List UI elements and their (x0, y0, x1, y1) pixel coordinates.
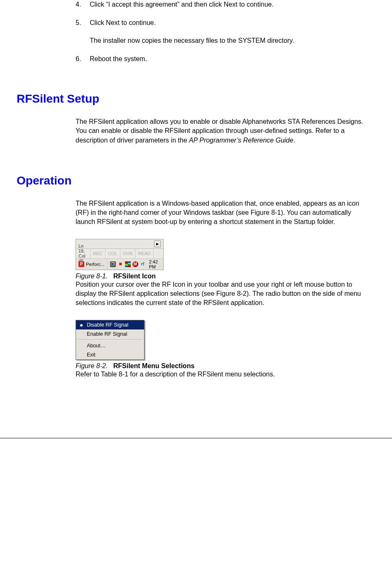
menu-item-label: Disable RF Signal (87, 322, 128, 328)
figure-8-1-label: Figure 8-1. (76, 273, 108, 280)
rfsilent-setup-paragraph: The RFSilent application allows you to e… (76, 117, 371, 145)
step-4: 4. Click “I accept this agreement” and t… (76, 0, 371, 9)
menu-item-enable-rf[interactable]: Enable RF Signal (76, 329, 144, 339)
menu-item-about[interactable]: About… (76, 341, 144, 350)
perforce-icon: P (78, 261, 84, 267)
tray-rf-icon[interactable]: rf (140, 261, 146, 267)
menu-spacer-icon (78, 352, 84, 358)
scroll-arrow-icon: ▶ (154, 241, 161, 247)
status-col: COL (105, 249, 120, 258)
statusbar-row: Ln 19, Col 45 REC COL OVR READ ⋰ (76, 249, 163, 259)
step-4-number: 4. (76, 0, 90, 9)
menu-item-label: About… (87, 343, 105, 349)
step-5-number: 5. (76, 18, 90, 27)
step-5-extra: The installer now copies the necessary f… (90, 36, 371, 45)
status-read: READ (135, 249, 154, 258)
figure-8-1-title: RFSilent Icon (113, 273, 156, 280)
tray-m-icon[interactable]: M (132, 261, 138, 267)
operation-paragraph-2: Position your cursor over the RF Icon in… (76, 280, 371, 307)
operation-paragraph-3: Refer to Table 8-1 for a description of … (76, 370, 371, 379)
menu-separator (78, 339, 142, 340)
taskbar-item-label: Perforc... (86, 262, 105, 267)
figure-8-2-caption: Figure 8-2. RFSilent Menu Selections (76, 362, 371, 370)
step-5-text: Click Next to continue. (90, 18, 156, 27)
menu-item-exit[interactable]: Exit (76, 350, 144, 359)
menu-item-label: Enable RF Signal (87, 331, 127, 337)
step-4-text: Click “I accept this agreement” and then… (90, 0, 274, 9)
figure-8-2-label: Figure 8-2. (76, 362, 108, 369)
figure-8-1: ▶ Ln 19, Col 45 REC COL OVR READ ⋰ P Per… (76, 239, 371, 280)
operation-paragraph-1: The RFSilent application is a Windows-ba… (76, 199, 371, 226)
menu-spacer-icon (78, 343, 84, 349)
taskbar-item-perforce[interactable]: P Perforc... (76, 259, 108, 270)
resize-grip-icon: ⋰ (154, 249, 163, 258)
rfsilent-setup-text-after: . (293, 137, 295, 144)
step-6-text: Reboot the system. (90, 54, 147, 64)
radio-selected-icon: ● (78, 322, 84, 328)
menu-item-disable-rf[interactable]: ● Disable RF Signal (76, 320, 144, 329)
step-6-number: 6. (76, 54, 90, 64)
page-footer-rule (0, 438, 392, 438)
status-ovr: OVR (120, 249, 136, 258)
figure-8-2: ● Disable RF Signal Enable RF Signal Abo… (76, 320, 371, 370)
taskbar-top-row: ▶ (76, 239, 163, 249)
step-6: 6. Reboot the system. (76, 54, 371, 64)
heading-operation: Operation (17, 174, 375, 187)
figure-8-1-caption: Figure 8-1. RFSilent Icon (76, 273, 371, 280)
taskbar-clock: 2:42 PM (146, 259, 163, 269)
context-menu-mock: ● Disable RF Signal Enable RF Signal Abo… (76, 320, 145, 360)
system-tray: ❐ ✖ M rf (108, 261, 146, 267)
heading-rfsilent-setup: RFSilent Setup (17, 92, 375, 106)
tray-app-icon[interactable]: ❐ (110, 261, 116, 267)
ap-programmers-reference-guide: AP Programmer’s Reference Guide (189, 137, 293, 144)
tray-grid-icon[interactable] (125, 261, 131, 267)
step-5: 5. Click Next to continue. (76, 18, 371, 27)
status-rec: REC (91, 249, 105, 258)
taskbar-row: P Perforc... ❐ ✖ M rf 2:42 PM (76, 259, 163, 270)
figure-8-2-title: RFSilent Menu Selections (113, 362, 195, 369)
menu-item-label: Exit (87, 352, 96, 358)
tray-shield-icon[interactable]: ✖ (118, 261, 123, 267)
status-cursor-position: Ln 19, Col 45 (76, 249, 91, 258)
radio-unselected-icon (78, 331, 84, 337)
taskbar-mock: ▶ Ln 19, Col 45 REC COL OVR READ ⋰ P Per… (76, 239, 164, 270)
